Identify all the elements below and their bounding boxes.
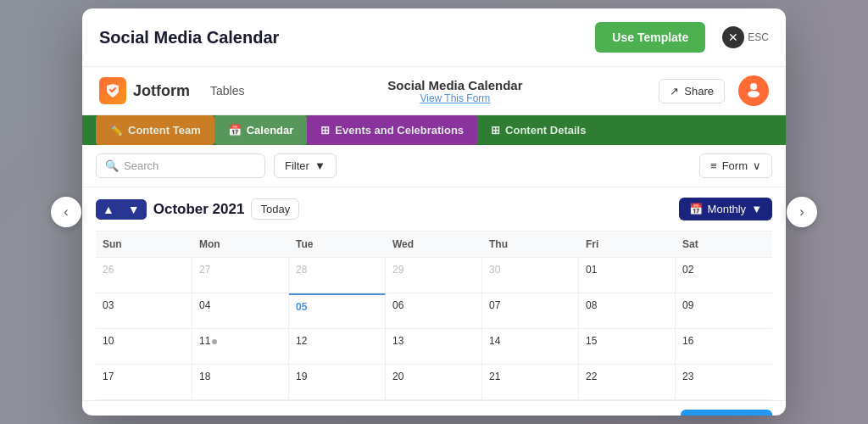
cal-cell-0-5[interactable]: 01 — [579, 258, 676, 293]
cell-number: 29 — [392, 264, 403, 276]
filter-button[interactable]: Filter ▼ — [274, 153, 337, 178]
search-placeholder: Search — [124, 159, 159, 172]
cell-number: 28 — [296, 264, 307, 276]
tab-events[interactable]: ⊞ Events and Celebrations — [307, 115, 477, 145]
cal-cell-1-5[interactable]: 08 — [579, 293, 676, 328]
share-arrow-icon: ↗ — [670, 85, 679, 98]
cal-cell-2-6[interactable]: 16 — [676, 329, 772, 364]
day-header-fri: Fri — [579, 232, 676, 257]
cal-cell-0-6[interactable]: 02 — [676, 258, 772, 293]
cell-number: 01 — [586, 264, 597, 276]
cell-number: 19 — [296, 371, 307, 382]
cal-cell-3-2[interactable]: 19 — [289, 365, 386, 399]
cell-number: 12 — [296, 335, 307, 347]
view-form-link[interactable]: View This Form — [264, 92, 645, 104]
day-header-thu: Thu — [482, 232, 579, 257]
cal-cell-3-3[interactable]: 20 — [386, 365, 482, 399]
cal-cell-3-4[interactable]: 21 — [482, 365, 579, 399]
cell-number: 05 — [296, 301, 307, 313]
cal-cell-0-4[interactable]: 30 — [482, 258, 579, 293]
calendar-week-1: 03040506070809 — [96, 293, 772, 329]
sub-header-center: Social Media Calendar View This Form — [264, 78, 645, 104]
cal-cell-0-3[interactable]: 29 — [386, 258, 482, 293]
cell-number: 17 — [103, 371, 114, 382]
nav-arrows: ▲ ▼ — [96, 199, 147, 220]
cell-number: 11 — [199, 335, 210, 347]
share-button[interactable]: ↗ Share — [659, 79, 725, 103]
cell-number: 30 — [489, 264, 500, 276]
prev-arrow[interactable]: ‹ — [51, 197, 81, 227]
cal-cell-2-5[interactable]: 15 — [579, 329, 676, 364]
cal-cell-3-6[interactable]: 23 — [676, 365, 772, 399]
cell-number: 16 — [682, 335, 693, 347]
next-month-button[interactable]: ▼ — [121, 199, 147, 220]
cal-cell-1-4[interactable]: 07 — [482, 293, 579, 328]
monthly-label: Monthly — [708, 203, 747, 215]
cell-number: 23 — [682, 371, 693, 382]
tab-calendar-label: Calendar — [247, 124, 294, 137]
search-box[interactable]: 🔍 Search — [96, 153, 265, 178]
events-tab-icon: ⊞ — [320, 124, 330, 137]
cal-cell-2-3[interactable]: 13 — [386, 329, 482, 364]
day-header-tue: Tue — [289, 232, 386, 257]
avatar-face-icon — [744, 80, 763, 102]
cal-cell-2-1[interactable]: 11 — [192, 329, 289, 364]
cal-cell-0-1[interactable]: 27 — [192, 258, 289, 293]
cell-number: 08 — [586, 299, 597, 311]
tab-content-details-label: Content Details — [505, 124, 586, 137]
form-icon: ≡ — [710, 159, 717, 172]
form-label: Form — [722, 159, 748, 172]
calendar-week-3: 17181920212223 — [96, 365, 772, 400]
jotform-icon — [99, 77, 126, 104]
cal-cell-1-0[interactable]: 03 — [96, 293, 192, 328]
see-demo-button[interactable]: See Demo — [681, 410, 772, 416]
cell-number: 20 — [392, 371, 403, 382]
cal-cell-2-2[interactable]: 12 — [289, 329, 386, 364]
content-team-icon: ✏️ — [109, 124, 123, 137]
tables-button[interactable]: Tables — [203, 81, 251, 101]
event-dot — [212, 339, 217, 344]
month-label: October 2021 — [153, 201, 245, 218]
use-template-button[interactable]: Use Template — [595, 22, 705, 53]
tab-content-team[interactable]: ✏️ Content Team — [96, 115, 214, 145]
calendar-header-row: Sun Mon Tue Wed Thu Fri Sat — [96, 232, 772, 258]
form-button[interactable]: ≡ Form ∨ — [699, 153, 772, 178]
monthly-button[interactable]: 📅 Monthly ▼ — [679, 198, 772, 220]
modal-title: Social Media Calendar — [99, 28, 279, 47]
esc-button[interactable]: ✕ ESC — [722, 26, 769, 48]
calendar-tab-icon: 📅 — [228, 124, 242, 137]
prev-month-button[interactable]: ▲ — [96, 199, 121, 220]
cal-cell-3-5[interactable]: 22 — [579, 365, 676, 399]
calendar-nav: ▲ ▼ October 2021 Today 📅 Monthly ▼ — [82, 187, 786, 231]
cal-cell-1-2[interactable]: 05 — [289, 293, 386, 328]
today-button[interactable]: Today — [251, 198, 299, 220]
cal-cell-1-1[interactable]: 04 — [192, 293, 289, 328]
tab-content-team-label: Content Team — [128, 124, 201, 137]
next-arrow[interactable]: › — [787, 197, 817, 227]
modal-footer: Shared by Jotform in Marketing ⎘ Cloned … — [82, 400, 786, 416]
cal-cell-1-6[interactable]: 09 — [676, 293, 772, 328]
cell-number: 03 — [103, 299, 114, 311]
cal-cell-3-1[interactable]: 18 — [192, 365, 289, 399]
cal-cell-3-0[interactable]: 17 — [96, 365, 192, 399]
search-icon: 🔍 — [105, 159, 119, 172]
cell-number: 15 — [586, 335, 597, 347]
tab-events-label: Events and Celebrations — [335, 124, 464, 137]
day-header-wed: Wed — [386, 232, 482, 257]
filter-icon: ▼ — [314, 159, 326, 172]
cell-number: 22 — [586, 371, 597, 382]
modal-header: Social Media Calendar Use Template ✕ ESC — [82, 8, 786, 67]
svg-point-1 — [748, 91, 760, 98]
cell-number: 07 — [489, 299, 500, 311]
tab-content-details[interactable]: ⊞ Content Details — [477, 115, 599, 145]
cell-number: 13 — [392, 335, 403, 347]
cal-cell-2-0[interactable]: 10 — [96, 329, 192, 364]
cal-cell-0-2[interactable]: 28 — [289, 258, 386, 293]
cell-number: 10 — [103, 335, 114, 347]
cal-cell-1-3[interactable]: 06 — [386, 293, 482, 328]
cell-number: 02 — [682, 264, 693, 276]
cal-cell-2-4[interactable]: 14 — [482, 329, 579, 364]
form-chevron-icon: ∨ — [753, 159, 761, 172]
cal-cell-0-0[interactable]: 26 — [96, 258, 192, 293]
tab-calendar[interactable]: 📅 Calendar — [214, 115, 308, 145]
